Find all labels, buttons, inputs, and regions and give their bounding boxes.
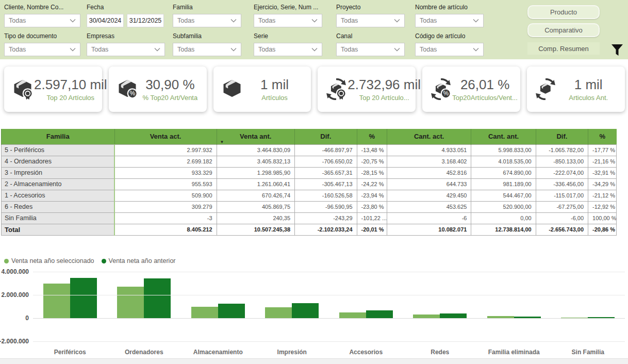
cell-value: -2.102.033,24 xyxy=(295,224,357,235)
cell-value: 2.997.932 xyxy=(114,144,217,156)
cell-value: -160.526,58 xyxy=(295,190,357,201)
box-refresh-percent-icon: % xyxy=(429,78,452,100)
table-row[interactable]: 3 - Impresión933.3291.298.985,90-365.657… xyxy=(2,167,617,178)
filter-label-c-digo-de-art-culo: Código de artículo xyxy=(415,31,494,42)
column-header-dif[interactable]: Dif. xyxy=(295,129,357,144)
filter-label-tipo-de-documento: Tipo de documento xyxy=(4,31,91,42)
kpi-value: 30,90 % xyxy=(139,77,202,92)
bar[interactable] xyxy=(413,315,440,318)
filter-daterange-fecha: 30/04/202431/12/2025 xyxy=(87,14,165,27)
y-axis-tick: -2.000.000 xyxy=(0,338,29,345)
legend-dot-icon xyxy=(102,259,106,263)
column-header-%[interactable]: % xyxy=(357,129,387,144)
filter-dropdown-familia[interactable]: Todas xyxy=(173,14,241,27)
bar[interactable] xyxy=(144,278,171,318)
bar[interactable] xyxy=(339,312,366,318)
horizontal-scrollbar[interactable] xyxy=(0,358,628,364)
filter-dropdown-cliente-nombre-co[interactable]: Todas xyxy=(4,14,80,27)
box-percent-icon: % xyxy=(116,78,139,100)
box-refresh-icon xyxy=(534,78,557,100)
column-header-dif[interactable]: Dif. xyxy=(536,129,588,144)
table-row[interactable]: 4 - Ordenadores2.699.1823.405.832,13-706… xyxy=(2,156,617,167)
filter-dropdown-nombre-de-art-culo[interactable]: Todas xyxy=(415,14,484,27)
table-row[interactable]: 5 - Periféricos2.997.9323.464.830,09-466… xyxy=(2,144,617,156)
y-axis-tick: 2.000.000 xyxy=(2,291,29,299)
filter-dropdown-ejercicio-serie-num[interactable]: Todas xyxy=(254,14,322,27)
cell-value: 0,00 xyxy=(471,212,536,224)
cell-value: 1.298.985,90 xyxy=(217,167,295,178)
producto-button[interactable]: Producto xyxy=(527,5,600,19)
x-axis-label: Familia eliminada xyxy=(477,349,551,356)
bar[interactable] xyxy=(70,278,97,318)
bar[interactable] xyxy=(218,304,245,318)
cell-value: -17,77 % xyxy=(588,144,617,156)
filter-dropdown-tipo-de-documento[interactable]: Todas xyxy=(4,43,80,56)
dropdown-value: Todas xyxy=(341,17,394,24)
kpi-card: 2.732,96 milTop 20 Artículo... xyxy=(318,67,416,112)
filter-dropdown-serie[interactable]: Todas xyxy=(254,43,322,56)
filter-label-familia: Familia xyxy=(173,2,252,13)
cell-value: 8.405.212 xyxy=(114,224,217,235)
filter-dropdown-empresas[interactable]: Todas xyxy=(87,43,165,56)
cell-value: -21,12 % xyxy=(588,190,617,201)
legend-item[interactable]: Venta neta año seleccionado xyxy=(4,257,94,264)
filter-label-nombre-de-art-culo: Nombre de artículo xyxy=(415,2,494,13)
dropdown-value: Todas xyxy=(420,46,473,53)
cell-value: 453.625 xyxy=(387,201,471,212)
cell-value: 670.426,74 xyxy=(217,190,295,201)
cell-value: 405.869,75 xyxy=(217,201,295,212)
cell-value: -20,75 % xyxy=(357,156,387,167)
column-header-familia[interactable]: Familia xyxy=(2,129,115,144)
chevron-down-icon xyxy=(473,47,479,52)
cell-value: -20,01 % xyxy=(357,224,387,235)
legend-label: Venta neta año anterior xyxy=(109,257,176,264)
cell-value: 100,00 % xyxy=(588,212,617,224)
box-icon xyxy=(221,78,243,100)
date-from-input[interactable]: 30/04/2024 xyxy=(87,14,124,27)
comparativo-button[interactable]: Comparativo xyxy=(527,23,600,37)
x-axis-label: Sin Familia xyxy=(551,349,625,356)
table-row[interactable]: 6 - Redes309.279405.869,75-96.590,95-23,… xyxy=(2,201,617,212)
filter-funnel-icon[interactable] xyxy=(609,42,625,58)
table-row[interactable]: 2 - Almacenamiento955.5931.261.060,41-30… xyxy=(2,178,617,190)
cell-value: -12,92 % xyxy=(588,201,617,212)
filter-dropdown-proyecto[interactable]: Todas xyxy=(336,14,405,27)
filter-dropdown-canal[interactable]: Todas xyxy=(336,43,405,56)
dropdown-value: Todas xyxy=(420,17,473,24)
column-header-%[interactable]: % xyxy=(588,129,617,144)
date-to-input[interactable]: 31/12/2025 xyxy=(127,14,164,27)
table-row[interactable]: Sin Familia-3240,35-243,29-101,22 ...-60… xyxy=(2,212,617,224)
sort-descending-icon: ▼ xyxy=(220,140,224,144)
cell-value: 5.998.833,00 xyxy=(471,144,536,156)
bar[interactable] xyxy=(440,313,467,318)
column-header-venta-act[interactable]: Venta act. xyxy=(114,129,217,144)
kpi-value: 2.597,10 mil xyxy=(34,77,107,92)
bar[interactable] xyxy=(366,310,393,318)
legend-label: Venta neta año seleccionado xyxy=(11,257,94,264)
kpi-card-row: 2.597,10 milTop 20 Artículos%30,90 %% To… xyxy=(4,67,625,112)
filter-dropdown-c-digo-de-art-culo[interactable]: Todas xyxy=(415,43,484,56)
column-header-venta-ant[interactable]: Venta ant.▼ xyxy=(217,129,295,144)
chevron-down-icon xyxy=(230,19,237,23)
bar[interactable] xyxy=(265,307,292,318)
cell-value: 955.593 xyxy=(114,178,217,190)
cell-value: -2.656.743,00 xyxy=(536,224,588,235)
bar[interactable] xyxy=(292,303,319,318)
cell-value: -24,22 % xyxy=(357,178,387,190)
column-header-cant-ant[interactable]: Cant. ant. xyxy=(471,129,536,144)
bar[interactable] xyxy=(191,307,218,318)
bar[interactable] xyxy=(43,284,70,318)
dropdown-value: Todas xyxy=(341,46,394,53)
table-row[interactable]: Total8.405.21210.507.245,38-2.102.033,24… xyxy=(2,224,617,235)
cell-value: -96.590,95 xyxy=(295,201,357,212)
legend-item[interactable]: Venta neta año anterior xyxy=(102,257,176,264)
table-row[interactable]: 1 - Accesorios509.900670.426,74-160.526,… xyxy=(2,190,617,201)
column-header-cant-act[interactable]: Cant. act. xyxy=(387,129,471,144)
kpi-label: Artículos xyxy=(243,94,306,102)
cell-value: -466.897,97 xyxy=(295,144,357,156)
cell-value: 981.189,00 xyxy=(471,178,536,190)
filter-dropdown-subfamilia[interactable]: Todas xyxy=(173,43,241,56)
bar[interactable] xyxy=(117,287,144,318)
filter-label-proyecto: Proyecto xyxy=(336,2,415,13)
filter-label-empresas: Empresas xyxy=(87,31,175,42)
